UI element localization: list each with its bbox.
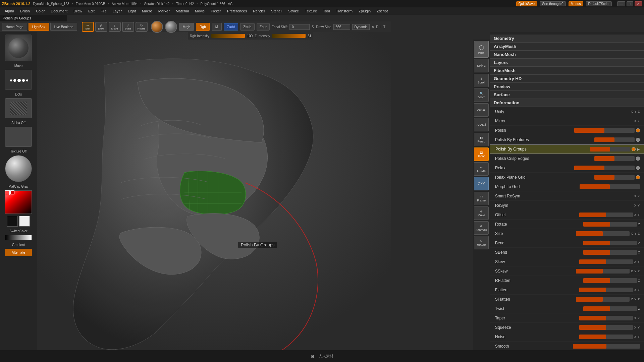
layers-header[interactable]: Layers xyxy=(490,59,644,67)
relax-plane-grid-slider[interactable] xyxy=(594,175,635,180)
material-sphere[interactable] xyxy=(165,21,177,33)
sskew-slider[interactable] xyxy=(576,269,630,274)
rgb-intensity-slider[interactable] xyxy=(211,34,245,38)
rflatten-slider[interactable] xyxy=(583,278,637,283)
surface-header[interactable]: Surface xyxy=(490,91,644,99)
maximize-button[interactable]: □ xyxy=(627,1,633,6)
bpr-button[interactable]: ⬡ BPR xyxy=(474,41,489,58)
menu-document[interactable]: Document xyxy=(48,8,70,14)
size-item[interactable]: Size X Y Z xyxy=(490,229,644,238)
polish-crisp-slider[interactable] xyxy=(594,156,635,161)
mirror-item[interactable]: Mirror X Y xyxy=(490,116,644,126)
offset-item[interactable]: Offset X Y xyxy=(490,210,644,220)
menu-stroke[interactable]: Stroke xyxy=(285,8,302,14)
rotate-slider[interactable] xyxy=(583,222,637,227)
focal-input[interactable] xyxy=(289,24,310,30)
close-button[interactable]: ✕ xyxy=(635,1,642,6)
rflatten-item[interactable]: RFlatten Z xyxy=(490,276,644,285)
size-slider[interactable] xyxy=(576,231,630,236)
default-zscript-button[interactable]: DefaultZScript xyxy=(586,1,612,6)
alternate-button[interactable]: Alternate xyxy=(5,249,32,256)
zsub-button[interactable]: Zsub xyxy=(240,23,254,31)
bend-slider[interactable] xyxy=(583,241,637,245)
menu-preferences[interactable]: Preferences xyxy=(224,8,250,14)
zoom-button[interactable]: 🔍 Zoom xyxy=(474,88,489,102)
menus-button[interactable]: Menus xyxy=(569,1,583,6)
aahalf-button[interactable]: AAHalf xyxy=(474,118,489,131)
menu-layer[interactable]: Layer xyxy=(110,8,125,14)
noise-slider[interactable] xyxy=(579,335,633,339)
menu-alpha[interactable]: Alpha xyxy=(2,8,17,14)
move-button[interactable]: ↕ Move xyxy=(109,22,121,32)
zcut-button[interactable]: Zcut xyxy=(257,23,270,31)
menu-color[interactable]: Color xyxy=(33,8,47,14)
menu-stencil[interactable]: Stencil xyxy=(268,8,285,14)
taper-item[interactable]: Taper X Y xyxy=(490,313,644,323)
menu-transform[interactable]: Transform xyxy=(333,8,355,14)
zoom3d-button[interactable]: ⊕ Zoom3D xyxy=(474,221,489,235)
morph-to-grid-slider[interactable] xyxy=(580,184,640,189)
skew-slider[interactable] xyxy=(579,259,633,264)
deformation-header[interactable]: Deformation xyxy=(490,99,644,107)
menu-material[interactable]: Material xyxy=(173,8,192,14)
polish-by-features-item[interactable]: Polish By Features xyxy=(490,135,644,144)
taper-slider[interactable] xyxy=(579,316,633,320)
relax-slider[interactable] xyxy=(574,166,635,170)
z-intensity-slider[interactable] xyxy=(272,34,306,38)
persp-button[interactable]: ◧ Persp xyxy=(474,133,489,146)
see-through-button[interactable]: See-through 0 xyxy=(540,1,566,6)
relax-item[interactable]: Relax xyxy=(490,163,644,173)
sskew-item[interactable]: SSkew X Y Z xyxy=(490,266,644,276)
edit-button[interactable]: ✏ Edit xyxy=(82,22,94,32)
swatch-black[interactable] xyxy=(7,216,18,227)
draw-size-input[interactable] xyxy=(333,24,350,30)
squeeze-slider[interactable] xyxy=(579,325,633,330)
brush-sphere[interactable] xyxy=(151,21,163,33)
morph-to-grid-item[interactable]: Morph to Grid xyxy=(490,182,644,191)
menu-macro[interactable]: Macro xyxy=(139,8,155,14)
gradient-bar[interactable] xyxy=(5,235,32,240)
gxy-button[interactable]: GXY xyxy=(474,177,489,190)
quick-save-button[interactable]: QuickSave xyxy=(516,1,537,6)
polish-by-groups-item[interactable]: Polish By Groups ▶ xyxy=(490,144,644,154)
menu-tool[interactable]: Tool xyxy=(320,8,332,14)
polish-item[interactable]: Polish xyxy=(490,126,644,135)
polish-by-features-slider[interactable] xyxy=(594,137,635,142)
unity-item[interactable]: Unity X Y Z xyxy=(490,107,644,116)
rotate-button[interactable]: ↻ Rotate xyxy=(136,22,148,32)
draw-button[interactable]: 🖊 Draw xyxy=(95,22,107,32)
relax-plane-grid-item[interactable]: Relax Plane Grid xyxy=(490,173,644,182)
lightbox-button[interactable]: LightBox xyxy=(29,23,49,31)
frame-button[interactable]: ⬚ Frame xyxy=(474,192,489,205)
menu-zscript[interactable]: Zscript xyxy=(374,8,390,14)
menu-edit[interactable]: Edit xyxy=(86,8,97,14)
smart-resym-item[interactable]: Smart ReSym X Y xyxy=(490,191,644,201)
geometryhd-header[interactable]: Geometry HD xyxy=(490,75,644,83)
brush-preview[interactable] xyxy=(5,35,32,61)
arraymesh-header[interactable]: ArrayMesh xyxy=(490,43,644,51)
menu-render[interactable]: Render xyxy=(250,8,268,14)
bend-item[interactable]: Bend Z xyxy=(490,238,644,248)
offset-slider[interactable] xyxy=(579,213,633,217)
minimize-button[interactable]: — xyxy=(617,1,625,6)
home-page-button[interactable]: Home Page xyxy=(2,23,27,31)
polish-crisp-item[interactable]: Polish Crisp Edges xyxy=(490,154,644,163)
menu-file[interactable]: File xyxy=(98,8,109,14)
menu-zplugin[interactable]: Zplugin xyxy=(356,8,373,14)
rgb-button[interactable]: Rgb xyxy=(196,23,209,31)
rotate-tool-button[interactable]: ↻ Rotate xyxy=(474,236,489,249)
menu-brush[interactable]: Brush xyxy=(17,8,33,14)
menu-picker[interactable]: Picker xyxy=(208,8,224,14)
polish-by-groups-slider[interactable] xyxy=(590,147,630,152)
sflatten-item[interactable]: SFlatten X Y Z xyxy=(490,295,644,304)
sbend-slider[interactable] xyxy=(583,250,637,255)
scroll-button[interactable]: ⇕ Scroll xyxy=(474,74,489,87)
zadd-button[interactable]: Zadd xyxy=(224,23,238,31)
alpha-selector[interactable] xyxy=(5,98,32,118)
rotate-item[interactable]: Rotate Z xyxy=(490,220,644,229)
squeeze-item[interactable]: Squeeze X Y xyxy=(490,323,644,332)
m-button[interactable]: M xyxy=(212,23,222,31)
matcap-selector[interactable] xyxy=(5,155,32,182)
skew-item[interactable]: Skew X Y xyxy=(490,257,644,266)
twist-item[interactable]: Twist Z xyxy=(490,304,644,313)
